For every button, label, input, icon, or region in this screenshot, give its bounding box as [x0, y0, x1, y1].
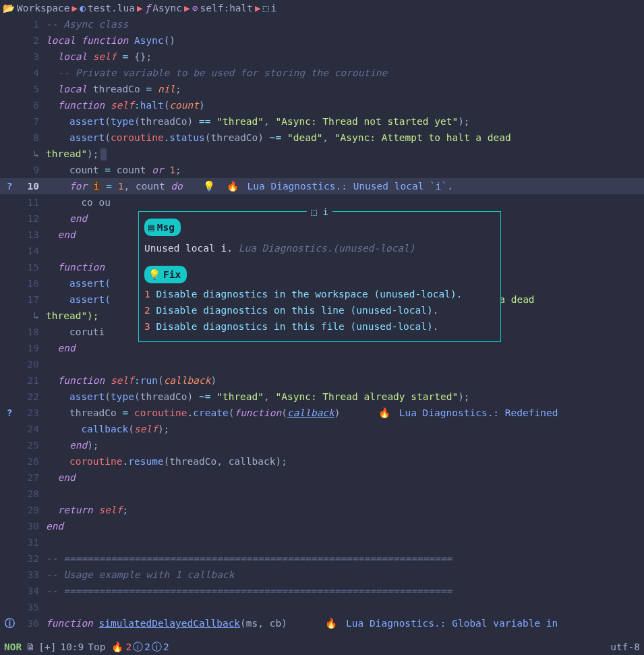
modified-indicator: [+] — [38, 639, 56, 655]
line-number: 2 — [19, 32, 46, 49]
cursor-position: 10:9 — [60, 639, 84, 655]
method-icon: ⊘ — [192, 0, 198, 16]
line-number: 3 — [19, 49, 46, 65]
secondary-cursor — [100, 148, 107, 161]
line-number: 14 — [19, 243, 46, 259]
line-number: 5 — [19, 81, 46, 97]
info-sign-icon: ⓘ — [0, 615, 19, 631]
code-editor[interactable]: 1-- Async class 2local function Async() … — [0, 16, 644, 631]
fire-icon: 🔥 — [111, 639, 123, 655]
line-number: 33 — [19, 567, 46, 583]
message-icon: ▤ — [148, 219, 154, 235]
fix-option[interactable]: 3 Disable diagnostics in this file (unus… — [144, 318, 495, 335]
line-number: 29 — [19, 502, 46, 518]
line-number: 34 — [19, 583, 46, 599]
msg-badge: ▤Msg — [144, 219, 181, 236]
diagnostic-message: Lua Diagnostics.: Global variable in — [346, 618, 558, 629]
diagnostic-message: Lua Diagnostics.: Redefined — [399, 407, 558, 418]
line-number: 1 — [19, 16, 46, 32]
line-number: 22 — [19, 389, 46, 405]
line-number: 31 — [19, 534, 46, 550]
cursor-variable[interactable]: i — [93, 181, 100, 192]
fix-option[interactable]: 1 Disable diagnostics in the workspace (… — [144, 286, 495, 302]
line-number: 11 — [19, 194, 46, 210]
info-icon: ⓘ — [133, 639, 143, 655]
line-number: 35 — [19, 599, 46, 615]
info-count: 2 — [144, 639, 150, 655]
line-number: 30 — [19, 518, 46, 534]
fix-option[interactable]: 2 Disable diagnostics on this line (unus… — [144, 302, 495, 318]
fire-icon: 🔥 — [378, 407, 390, 418]
fix-badge: 💡Fix — [144, 266, 187, 283]
status-line: NOR 🗎 [+] 10:9 Top 🔥2 ⓘ2 ⓘ2 utf-8 — [0, 639, 644, 655]
line-number: 19 — [19, 340, 46, 356]
info-sign-icon: ? — [0, 405, 19, 421]
breadcrumb-sep: ▶ — [72, 0, 78, 16]
info-count: 2 — [163, 639, 169, 655]
wrap-indicator: ↳ — [19, 308, 46, 324]
info-icon: ⓘ — [152, 639, 162, 655]
line-number: 9 — [19, 162, 46, 178]
line-number: 8 — [19, 130, 46, 146]
line-number: 4 — [19, 65, 46, 81]
line-number: 28 — [19, 486, 46, 502]
line-number: 20 — [19, 356, 46, 372]
line-number: 7 — [19, 113, 46, 130]
line-number: 32 — [19, 550, 46, 567]
line-number: 12 — [19, 210, 46, 227]
fire-icon: 🔥 — [227, 181, 239, 192]
breadcrumb: 📂 Workspace ▶ ◐ test.lua ▶ ƒ Async ▶ ⊘ s… — [0, 0, 644, 16]
line-number: 27 — [19, 469, 46, 486]
breadcrumb-func[interactable]: Async — [152, 0, 182, 16]
line-number: 26 — [19, 453, 46, 469]
line-number: 23 — [19, 405, 46, 421]
line-number: 24 — [19, 421, 46, 437]
line-number: 25 — [19, 437, 46, 453]
line-number: 13 — [19, 227, 46, 243]
breadcrumb-sep: ▶ — [137, 0, 143, 16]
breadcrumb-sep: ▶ — [184, 0, 190, 16]
breadcrumb-file[interactable]: test.lua — [88, 0, 135, 16]
lua-icon: ◐ — [80, 0, 86, 16]
lightbulb-icon: 💡 — [148, 266, 160, 283]
info-sign-icon: ? — [0, 178, 19, 194]
lightbulb-icon[interactable]: 💡 — [203, 181, 215, 192]
breadcrumb-method[interactable]: self:halt — [200, 0, 253, 16]
breadcrumb-var[interactable]: i — [271, 0, 277, 16]
popup-title: ⬚ i — [307, 204, 332, 220]
breadcrumb-workspace[interactable]: Workspace — [17, 0, 70, 16]
file-icon: 🗎 — [26, 639, 36, 655]
folder-icon: 📂 — [3, 0, 15, 16]
diagnostic-popup: ⬚ i ▤Msg Unused local i. Lua Diagnostics… — [138, 211, 501, 342]
scroll-position: Top — [88, 639, 105, 655]
error-count: 2 — [126, 639, 132, 655]
diagnostic-message: Lua Diagnostics.: Unused local `i`. — [247, 181, 454, 192]
popup-message: Unused local i. Lua Diagnostics.(unused-… — [144, 240, 495, 256]
line-number: 6 — [19, 97, 46, 113]
variable-icon: ⬚ — [263, 0, 269, 16]
line-number: 21 — [19, 372, 46, 389]
line-number: 15 — [19, 259, 46, 275]
current-line[interactable]: ?10 for i = 1, count do 💡 🔥 Lua Diagnost… — [0, 178, 644, 194]
breadcrumb-sep: ▶ — [255, 0, 261, 16]
wrap-indicator: ↳ — [19, 146, 46, 162]
line-number: 16 — [19, 275, 46, 291]
fire-icon: 🔥 — [325, 618, 337, 629]
line-number: 10 — [19, 178, 46, 194]
function-icon: ƒ — [145, 0, 151, 16]
file-encoding: utf-8 — [610, 639, 640, 655]
line-number: 36 — [19, 615, 46, 631]
line-number: 18 — [19, 324, 46, 340]
mode-indicator: NOR — [4, 639, 22, 655]
line-number: 17 — [19, 291, 46, 308]
